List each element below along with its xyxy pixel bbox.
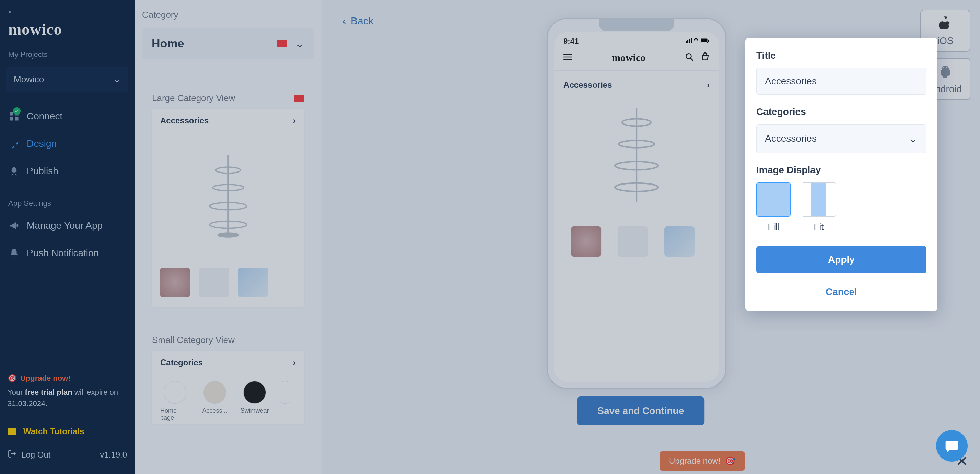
svg-rect-3 (15, 117, 19, 121)
small-category-card[interactable]: Small Category View Categories › Home pa… (142, 329, 314, 432)
svg-rect-12 (689, 39, 690, 43)
nav-publish[interactable]: Publish (0, 157, 135, 185)
small-categories-header: Categories (160, 358, 203, 367)
project-name: Mowico (14, 74, 44, 85)
status-icons (686, 37, 710, 46)
upgrade-banner-button[interactable]: Upgrade now! 🎯 (660, 451, 745, 471)
nav-label: Design (27, 138, 57, 149)
basket-icon (701, 52, 710, 63)
divider (6, 418, 128, 419)
title-input[interactable] (756, 68, 926, 95)
categories-select[interactable]: Accessories ⌄ (756, 124, 926, 153)
ticket-icon (277, 40, 287, 48)
phone-category-bar: Accessories › (554, 71, 719, 100)
svg-rect-0 (10, 112, 13, 116)
phone-thumbs (554, 212, 719, 270)
thumb-image (199, 268, 229, 297)
status-time: 9:41 (563, 37, 579, 46)
nav-connect[interactable]: ✓ Connect (0, 103, 135, 130)
save-continue-button[interactable]: Save and Continue (577, 396, 705, 425)
logout-icon (8, 449, 16, 460)
nav-label: Connect (27, 111, 62, 122)
nav-manage-app[interactable]: Manage Your App (0, 212, 135, 239)
image-display-fill-option[interactable]: Fill (756, 182, 791, 232)
chevron-left-icon: ‹ (342, 15, 346, 27)
chevron-down-icon: ⌄ (295, 37, 304, 50)
nav-label: Push Notification (27, 247, 99, 258)
chat-icon (944, 438, 959, 453)
nav-push-notification[interactable]: Push Notification (0, 239, 135, 267)
thumb-image (664, 227, 695, 257)
svg-point-28 (947, 67, 947, 68)
small-cat-item: Swimwear (240, 381, 269, 422)
large-preview: Accessories › (152, 109, 304, 307)
ticket-icon (8, 428, 16, 435)
small-preview: Categories › Home page Access... Swimwea… (152, 351, 304, 423)
apple-icon (939, 16, 951, 33)
version-label: v1.19.0 (100, 450, 127, 460)
large-view-label: Large Category View (152, 93, 235, 103)
chevron-right-icon: › (293, 358, 296, 367)
property-panel: Title Categories Accessories ⌄ Image Dis… (745, 38, 937, 311)
watch-tutorials-link[interactable]: Watch Tutorials (0, 420, 135, 443)
small-view-label: Small Category View (152, 335, 235, 346)
bell-icon (9, 248, 19, 258)
thumbs-row (152, 259, 304, 307)
app-settings-label: App Settings (0, 193, 135, 212)
chevron-right-icon: › (707, 80, 710, 90)
chevron-down-icon: ⌄ (908, 132, 918, 145)
preview-category-name: Accessories (160, 116, 208, 125)
back-button[interactable]: ‹ Back (336, 8, 380, 27)
small-cat-item: Access... (200, 381, 229, 422)
rocket-icon (9, 166, 19, 176)
thumb-image (571, 227, 601, 257)
logout-button[interactable]: Log Out (8, 449, 51, 460)
product-main-image (152, 132, 304, 259)
config-panel: Category Home ⌄ Large Category View Acce… (135, 0, 322, 474)
title-label: Title (756, 50, 926, 61)
collapse-sidebar-button[interactable]: « (0, 6, 135, 20)
hamburger-icon (563, 54, 572, 62)
ticket-icon (294, 95, 304, 102)
svg-rect-15 (701, 40, 707, 42)
logo: mowico (0, 20, 135, 44)
android-icon (939, 65, 951, 81)
svg-rect-11 (687, 40, 688, 43)
chat-button[interactable] (936, 430, 968, 462)
target-icon: 🎯 (8, 373, 17, 384)
svg-rect-10 (686, 41, 687, 43)
nav-label: Manage Your App (27, 220, 103, 231)
nav-design[interactable]: Design (0, 130, 135, 157)
chevron-right-icon: › (293, 116, 296, 125)
image-display-fit-option[interactable]: Fit (802, 182, 836, 232)
categories-label: Categories (756, 106, 926, 117)
svg-point-20 (686, 54, 691, 59)
thumb-image (618, 227, 648, 257)
upgrade-link[interactable]: 🎯 Upgrade now! (8, 373, 71, 384)
upgrade-banner: Upgrade now! 🎯 ✕ (644, 448, 980, 474)
image-display-label: Image Display (756, 165, 926, 176)
pin-icon (9, 139, 19, 149)
phone-preview: 9:41 (547, 18, 726, 389)
page-selector[interactable]: Home ⌄ (142, 28, 314, 59)
small-cat-item: Home page (160, 381, 190, 422)
cancel-button[interactable]: Cancel (756, 280, 926, 300)
svg-rect-13 (691, 38, 692, 43)
chevron-down-icon: ⌄ (113, 74, 121, 85)
svg-rect-16 (708, 40, 709, 42)
brand-text: mowico (8, 21, 62, 38)
nav-label: Publish (27, 166, 58, 177)
page-name: Home (152, 37, 184, 50)
sidebar: « mowico My Projects Mowico ⌄ ✓ Connect … (0, 0, 135, 474)
project-selector[interactable]: Mowico ⌄ (6, 67, 128, 92)
svg-point-9 (218, 233, 239, 237)
thumb-image (160, 268, 190, 297)
trial-text: Your free trial plan will expire on 31.0… (8, 387, 127, 409)
config-title: Category (142, 10, 314, 20)
svg-point-27 (943, 67, 944, 68)
search-icon (685, 52, 694, 63)
apply-button[interactable]: Apply (756, 246, 926, 273)
thumb-image (239, 268, 268, 297)
megaphone-icon (9, 220, 19, 231)
large-category-card[interactable]: Large Category View Accessories › (142, 87, 314, 315)
